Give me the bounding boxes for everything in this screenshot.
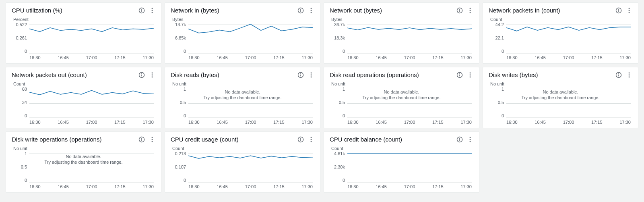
- x-tick-label: 17:00: [404, 120, 415, 125]
- metric-panel-disk-reads: Disk reads (bytes)No unit10.50No data av…: [165, 67, 320, 128]
- metric-panel-network-packets-out: Network packets out (count)Count6834016:…: [6, 67, 161, 128]
- y-axis-ticks: 10.50: [330, 87, 347, 118]
- unit-label: No unit: [490, 81, 632, 86]
- kebab-menu-icon[interactable]: [626, 72, 632, 78]
- x-tick-label: 16:30: [506, 55, 518, 61]
- info-icon[interactable]: [297, 7, 304, 14]
- x-tick-label: 17:00: [86, 120, 97, 125]
- info-icon[interactable]: [456, 7, 463, 14]
- x-tick-label: 16:30: [188, 55, 200, 61]
- y-axis-ticks: 10.50: [171, 87, 188, 118]
- y-tick-label: 0.107: [171, 165, 186, 169]
- svg-rect-38: [141, 74, 142, 76]
- kebab-menu-icon[interactable]: [149, 136, 155, 143]
- panel-title: Network packets in (count): [489, 7, 560, 14]
- svg-rect-11: [300, 10, 301, 12]
- kebab-menu-icon[interactable]: [308, 136, 314, 143]
- svg-point-85: [311, 139, 312, 140]
- x-tick-label: 16:45: [217, 55, 228, 61]
- kebab-menu-icon[interactable]: [467, 72, 473, 78]
- metric-panel-network-packets-in: Network packets in (count)Count44.222.10…: [483, 2, 638, 64]
- svg-point-50: [311, 76, 312, 77]
- chart-plot: 6834016:3016:4517:0017:1517:30: [12, 87, 155, 125]
- svg-point-77: [152, 141, 153, 142]
- svg-point-94: [470, 139, 471, 140]
- x-tick-label: 17:30: [301, 55, 313, 61]
- panel-title: Disk write operations (operations): [12, 136, 101, 143]
- svg-point-91: [459, 138, 460, 139]
- info-icon[interactable]: [138, 7, 145, 14]
- y-tick-label: 6.85k: [171, 36, 186, 40]
- svg-point-48: [311, 72, 312, 73]
- metric-panel-network-in: Network in (bytes)Bytes13.7k6.85k016:301…: [165, 2, 320, 64]
- x-axis-ticks: 16:3016:4517:0017:1517:30: [188, 55, 313, 61]
- y-axis-ticks: 44.222.10: [489, 23, 506, 54]
- unit-label: No unit: [172, 81, 314, 86]
- y-axis-ticks: 0.5220.2610: [12, 23, 29, 54]
- svg-rect-92: [459, 139, 460, 141]
- panel-title: CPU credit usage (count): [171, 136, 238, 143]
- x-tick-label: 17:00: [563, 55, 574, 61]
- svg-point-1: [141, 9, 142, 10]
- y-axis-ticks: 13.7k6.85k0: [171, 23, 188, 54]
- y-axis-ticks: 0.2130.1070: [171, 152, 188, 183]
- unit-label: Count: [331, 146, 473, 151]
- chart-plot: 10.50No data available.Try adjusting the…: [12, 152, 155, 190]
- x-axis-ticks: 16:3016:4517:0017:1517:30: [347, 120, 472, 125]
- svg-rect-83: [300, 139, 301, 141]
- info-icon[interactable]: [456, 72, 463, 78]
- svg-point-14: [311, 12, 312, 13]
- svg-point-95: [470, 141, 471, 142]
- info-icon[interactable]: [138, 72, 145, 78]
- svg-point-59: [470, 76, 471, 77]
- x-axis-ticks: 16:3016:4517:0017:1517:30: [188, 120, 313, 125]
- y-axis-ticks: 68340: [12, 87, 29, 118]
- svg-point-64: [618, 73, 619, 74]
- x-tick-label: 17:30: [619, 55, 631, 61]
- info-icon[interactable]: [138, 136, 145, 143]
- x-axis-ticks: 16:3016:4517:0017:1517:30: [506, 120, 631, 125]
- svg-point-46: [300, 73, 301, 74]
- metric-panel-disk-write-operations: Disk write operations (operations)No uni…: [6, 131, 161, 193]
- panel-title: Disk writes (bytes): [489, 71, 538, 78]
- info-icon[interactable]: [456, 136, 463, 143]
- x-tick-label: 16:30: [188, 184, 200, 190]
- svg-point-23: [470, 12, 471, 13]
- kebab-menu-icon[interactable]: [467, 136, 473, 143]
- panel-title: Disk reads (bytes): [171, 71, 219, 78]
- y-tick-label: 0: [330, 114, 345, 118]
- kebab-menu-icon[interactable]: [626, 7, 632, 14]
- x-tick-label: 17:15: [114, 55, 126, 61]
- svg-point-31: [629, 10, 630, 11]
- info-icon[interactable]: [297, 136, 304, 143]
- x-tick-label: 16:45: [376, 55, 387, 61]
- svg-point-57: [470, 72, 471, 73]
- unit-label: Count: [490, 17, 632, 22]
- kebab-menu-icon[interactable]: [308, 7, 314, 14]
- svg-point-32: [629, 12, 630, 13]
- y-axis-ticks: 36.7k18.3k0: [330, 23, 347, 54]
- x-tick-label: 17:15: [114, 120, 126, 125]
- x-tick-label: 17:30: [142, 184, 154, 190]
- kebab-menu-icon[interactable]: [467, 7, 473, 14]
- x-tick-label: 16:45: [535, 120, 546, 125]
- x-axis-ticks: 16:3016:4517:0017:1517:30: [188, 184, 313, 190]
- chart-plot: 13.7k6.85k016:3016:4517:0017:1517:30: [171, 23, 314, 61]
- x-tick-label: 16:45: [58, 184, 69, 190]
- svg-point-66: [629, 72, 630, 73]
- metric-panel-cpu-utilization: CPU utilization (%)Percent0.5220.261016:…: [6, 2, 161, 64]
- unit-label: No unit: [331, 81, 473, 86]
- x-tick-label: 17:00: [245, 120, 256, 125]
- info-icon[interactable]: [615, 72, 622, 78]
- unit-label: Count: [13, 81, 155, 86]
- svg-point-37: [141, 73, 142, 74]
- y-tick-label: 13.7k: [171, 23, 186, 27]
- kebab-menu-icon[interactable]: [308, 72, 314, 78]
- kebab-menu-icon[interactable]: [149, 7, 155, 14]
- x-tick-label: 17:30: [619, 120, 631, 125]
- x-tick-label: 16:30: [29, 55, 41, 61]
- info-icon[interactable]: [297, 72, 304, 78]
- kebab-menu-icon[interactable]: [149, 72, 155, 78]
- info-icon[interactable]: [615, 7, 622, 14]
- x-tick-label: 16:45: [535, 55, 546, 61]
